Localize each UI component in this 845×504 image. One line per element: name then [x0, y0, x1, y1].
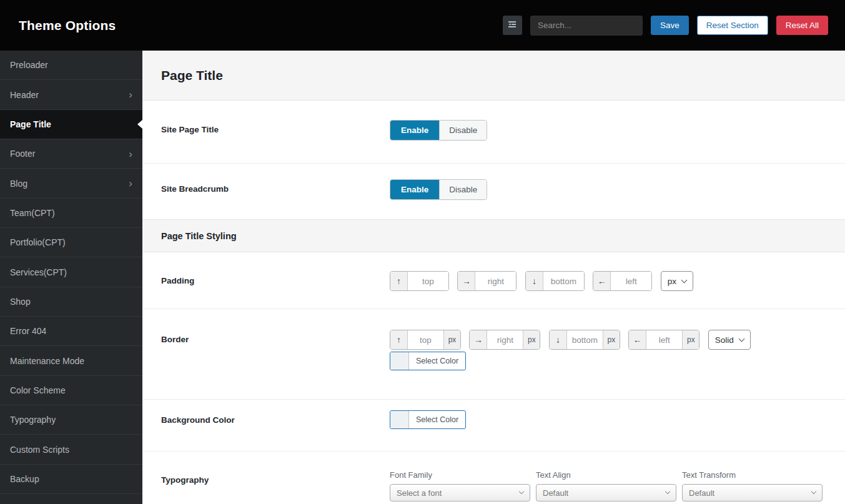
- sidebar-item-label: Footer: [10, 149, 35, 159]
- text-align-label: Text Align: [536, 470, 676, 480]
- padding-top-input[interactable]: [408, 272, 448, 290]
- padding-left-input[interactable]: [611, 272, 651, 290]
- sidebar-item-services[interactable]: Services(CPT): [0, 257, 142, 287]
- site-page-title-toggle: Enable Disable: [390, 120, 487, 141]
- border-bottom-input[interactable]: [567, 330, 603, 349]
- sidebar-item-label: Team(CPT): [10, 208, 55, 218]
- sidebar-item-blog[interactable]: Blog ›: [0, 169, 142, 198]
- sidebar-item-backup[interactable]: Backup: [0, 465, 142, 494]
- topbar-actions: Save Reset Section Reset All: [503, 16, 845, 36]
- app-title: Theme Options: [0, 18, 116, 33]
- sidebar-item-footer[interactable]: Footer ›: [0, 139, 142, 169]
- arrow-down-icon: ↓: [550, 330, 567, 349]
- sidebar-item-color-scheme[interactable]: Color Scheme: [0, 376, 142, 405]
- sidebar-item-error-404[interactable]: Error 404: [0, 317, 142, 346]
- sidebar-item-label: Color Scheme: [10, 385, 66, 395]
- border-left-input[interactable]: [646, 330, 682, 349]
- arrow-right-icon: →: [458, 272, 475, 290]
- padding-top-group: ↑: [390, 271, 449, 291]
- unit-label: px: [523, 330, 540, 349]
- arrow-left-icon: ←: [593, 272, 611, 290]
- background-color-picker-button[interactable]: Select Color: [390, 410, 466, 429]
- sidebar-item-label: Header: [10, 90, 39, 100]
- chevron-down-icon: [738, 335, 744, 342]
- sidebar-item-preloader[interactable]: Preloader: [0, 51, 142, 80]
- border-right-input[interactable]: [487, 330, 523, 349]
- unit-label: px: [682, 330, 699, 349]
- sidebar-item-maintenance-mode[interactable]: Maintenance Mode: [0, 346, 142, 375]
- topbar: Theme Options Save Reset Section Reset A…: [0, 0, 845, 51]
- disable-button[interactable]: Disable: [439, 121, 487, 140]
- sidebar-item-label: Preloader: [10, 60, 48, 70]
- padding-right-input[interactable]: [475, 272, 516, 290]
- arrow-down-icon: ↓: [526, 272, 543, 290]
- sidebar-item-label: Error 404: [10, 326, 46, 336]
- field-label: Border: [161, 330, 390, 372]
- font-family-label: Font Family: [390, 470, 530, 480]
- collapse-panels-button[interactable]: [503, 16, 522, 35]
- sidebar-item-label: Typography: [10, 415, 56, 425]
- text-transform-select[interactable]: Default: [682, 484, 823, 502]
- field-label: Site Breadcrumb: [161, 179, 390, 200]
- reset-section-button[interactable]: Reset Section: [697, 16, 768, 35]
- search-input[interactable]: [530, 16, 643, 36]
- sidebar-item-label: Maintenance Mode: [10, 356, 84, 366]
- sidebar-nav: Preloader Header › Page Title Footer › B…: [0, 51, 142, 504]
- arrow-up-icon: ↑: [390, 272, 408, 290]
- unit-label: px: [443, 330, 460, 349]
- color-picker-label: Select Color: [409, 411, 465, 428]
- padding-left-group: ←: [593, 271, 652, 291]
- sidebar-item-page-title[interactable]: Page Title: [0, 110, 142, 139]
- save-button[interactable]: Save: [651, 16, 689, 35]
- sidebar-item-typography[interactable]: Typography: [0, 405, 142, 435]
- padding-unit-select[interactable]: px: [661, 271, 693, 291]
- sidebar-item-label: Backup: [10, 474, 39, 484]
- sidebar-item-header[interactable]: Header ›: [0, 80, 142, 109]
- padding-bottom-group: ↓: [525, 271, 585, 291]
- disable-button[interactable]: Disable: [439, 180, 487, 199]
- border-top-input[interactable]: [408, 330, 443, 349]
- chevron-down-icon: [665, 489, 670, 494]
- enable-button[interactable]: Enable: [390, 121, 439, 140]
- font-family-select[interactable]: Select a font: [390, 484, 530, 502]
- sidebar-item-label: Custom Scripts: [10, 445, 69, 455]
- select-value: Select a font: [397, 488, 442, 498]
- field-row-site-page-title: Site Page Title Enable Disable: [142, 101, 845, 164]
- border-right-group: → px: [469, 330, 540, 350]
- border-bottom-group: ↓ px: [549, 330, 620, 350]
- outdent-icon: [507, 19, 517, 31]
- reset-all-button[interactable]: Reset All: [776, 16, 828, 35]
- section-header: Page Title: [142, 51, 845, 101]
- sidebar-item-portfolio[interactable]: Portfolio(CPT): [0, 228, 142, 257]
- field-row-border: Border ↑ px → px ↓ px: [142, 309, 845, 400]
- chevron-right-icon: ›: [129, 89, 132, 100]
- padding-bottom-input[interactable]: [543, 272, 584, 290]
- chevron-down-icon: [681, 277, 688, 283]
- text-align-select[interactable]: Default: [536, 484, 676, 502]
- select-value: Solid: [715, 335, 734, 345]
- color-picker-label: Select Color: [409, 352, 465, 370]
- arrow-right-icon: →: [470, 330, 487, 349]
- sidebar-item-custom-scripts[interactable]: Custom Scripts: [0, 435, 142, 464]
- select-value: px: [668, 277, 676, 286]
- site-breadcrumb-toggle: Enable Disable: [390, 179, 487, 200]
- page-title: Page Title: [142, 68, 223, 83]
- text-transform-label: Text Transform: [682, 470, 823, 480]
- border-left-group: ← px: [628, 330, 699, 350]
- arrow-up-icon: ↑: [390, 330, 408, 349]
- sidebar-item-team[interactable]: Team(CPT): [0, 199, 142, 228]
- border-style-select[interactable]: Solid: [708, 330, 751, 350]
- sidebar-item-label: Portfolio(CPT): [10, 237, 66, 247]
- enable-button[interactable]: Enable: [390, 180, 439, 199]
- sidebar-item-label: Page Title: [10, 119, 51, 129]
- border-color-picker-button[interactable]: Select Color: [390, 352, 466, 370]
- color-swatch: [390, 352, 409, 370]
- field-row-padding: Padding ↑ → ↓ ← px: [142, 252, 845, 309]
- sidebar-item-shop[interactable]: Shop: [0, 287, 142, 317]
- subsection-header: Page Title Styling: [142, 219, 845, 252]
- field-row-background-color: Background Color Select Color: [142, 400, 845, 452]
- field-row-typography: Typography Font Family Select a font Tex…: [142, 452, 845, 504]
- field-label: Padding: [161, 271, 390, 291]
- unit-label: px: [603, 330, 620, 349]
- border-top-group: ↑ px: [390, 330, 461, 350]
